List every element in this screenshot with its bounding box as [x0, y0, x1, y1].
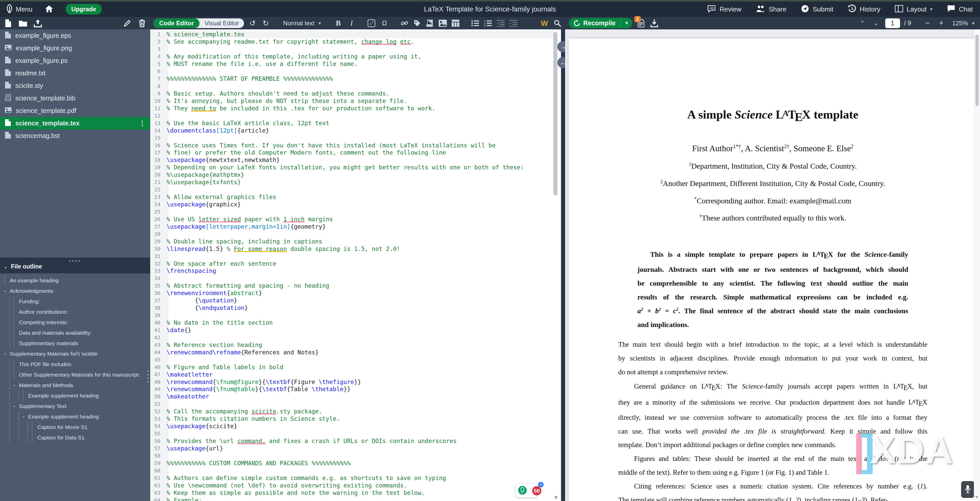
page-number-input[interactable] [885, 18, 900, 28]
file-outline-header[interactable]: ▪▪▪▪ ⌄ File outline [0, 258, 150, 274]
microphone-button[interactable] [961, 481, 974, 498]
code-line: 8 [150, 83, 554, 90]
outline-item[interactable]: ⌄Example supplement heading [0, 411, 150, 422]
outline-item[interactable]: This PDF file includes: [0, 359, 150, 369]
zoom-in-button[interactable]: + [937, 19, 946, 27]
outline-item[interactable]: Supplementary materials [0, 338, 150, 348]
file-item[interactable]: example_figure.png [0, 42, 150, 54]
outline-item[interactable]: Other Supplementary Materials for this m… [0, 369, 150, 380]
outline-item[interactable]: Funding: [0, 296, 150, 307]
symbol-omega-icon[interactable]: Ω [380, 19, 389, 27]
file-item[interactable]: readme.txt [0, 67, 150, 80]
search-icon[interactable] [553, 19, 562, 28]
file-item[interactable]: science_template.tex⋮ [0, 117, 150, 129]
numbered-list-icon[interactable]: 123 [484, 19, 493, 28]
layout-button[interactable]: Layout▾ [888, 2, 940, 17]
history-button[interactable]: History [840, 2, 888, 17]
outline-item[interactable]: Caption for Data S1. [0, 432, 150, 443]
outline-label: Other Supplementary Materials for this m… [0, 372, 140, 378]
paragraph-style-dropdown[interactable]: Normal text ▾ [281, 20, 323, 27]
outline-item[interactable]: ⌄Acknowledgments [0, 286, 150, 296]
file-item[interactable]: example_figure.eps [0, 29, 150, 42]
compile-logs-icon[interactable]: 1 [636, 19, 646, 28]
scroll-down-arrow-icon[interactable]: ▼ [554, 495, 558, 501]
outline-item[interactable]: Competing interests: [0, 317, 150, 328]
recompile-dropdown[interactable]: ▼ [620, 18, 632, 29]
body-line: they are a minority of the submissions w… [618, 395, 928, 411]
visual-editor-tab[interactable]: Visual Editor [199, 20, 244, 27]
citation-book-icon[interactable] [425, 19, 434, 28]
code-line: 4% Any modification of this template, in… [150, 53, 554, 60]
pdf-scrollbar[interactable] [974, 29, 980, 501]
outline-item[interactable]: Author contributions: [0, 307, 150, 317]
chevron-down-icon[interactable]: ⌄ [21, 413, 25, 419]
outline-item[interactable]: ⌄Supplementary Materials for\\ \scititle [0, 348, 150, 359]
new-folder-icon[interactable] [18, 19, 28, 28]
code-editor[interactable]: 1% science_template.tex2% See accompanyi… [150, 29, 561, 501]
submit-button[interactable]: Submit [794, 2, 840, 17]
redo-icon[interactable]: ↻ [261, 19, 270, 28]
file-menu-kebab-icon[interactable]: ⋮ [139, 119, 146, 127]
bold-button[interactable]: B [333, 19, 343, 27]
resize-handle[interactable]: ▪▪▪▪ [69, 258, 81, 264]
file-item[interactable]: science_template.bib [0, 92, 150, 105]
insert-image-icon[interactable] [438, 19, 447, 28]
label-tag-icon[interactable] [413, 19, 422, 28]
inline-math-icon[interactable]: x2 [367, 19, 376, 28]
upgrade-button[interactable]: Upgrade [66, 4, 102, 14]
scroll-down-arrow-icon[interactable]: ▼ [974, 495, 979, 500]
home-button[interactable] [39, 2, 59, 17]
code-line: 33\frenchspacing [150, 267, 554, 275]
zoom-out-button[interactable]: − [923, 19, 932, 27]
outline-item[interactable]: Example supplement heading [0, 390, 150, 401]
writefull-widget[interactable]: 50 + [515, 484, 538, 497]
undo-icon[interactable]: ↺ [248, 19, 257, 28]
page-up-icon[interactable]: ⌃ [858, 20, 867, 27]
outline-item[interactable]: An example heading [0, 275, 150, 286]
chevron-down-icon[interactable]: ⌄ [3, 288, 7, 293]
file-item[interactable]: scicite.sty [0, 80, 150, 92]
line-number: 24 [150, 201, 164, 207]
chevron-down-icon[interactable]: ⌄ [12, 402, 16, 408]
recompile-button[interactable]: Recompile [569, 19, 620, 27]
page-down-icon[interactable]: ⌄ [872, 20, 881, 27]
outline-guide [9, 328, 10, 337]
pane-divider[interactable]: → ← [561, 29, 565, 501]
outline-guide [9, 297, 10, 306]
menu-button[interactable]: Menu [0, 2, 39, 17]
editor-scrollbar[interactable] [554, 32, 557, 196]
panel-resize-handle[interactable]: ▪▪▪▪ [146, 369, 150, 383]
outline-item[interactable]: Data and materials availability: [0, 328, 150, 338]
file-item[interactable]: science_template.pdf [0, 105, 150, 117]
new-file-icon[interactable] [3, 19, 13, 28]
outline-item[interactable]: Caption for Movie S1. [0, 422, 150, 432]
link-icon[interactable] [400, 19, 409, 28]
decrease-indent-icon[interactable] [496, 19, 505, 28]
file-item[interactable]: example_figure.ps [0, 54, 150, 67]
increase-indent-icon[interactable] [509, 19, 518, 28]
svg-text:Ab: Ab [710, 6, 714, 10]
code-editor-tab[interactable]: Code Editor [154, 18, 199, 28]
writefull-icon[interactable]: W [539, 19, 549, 28]
line-number: 17 [150, 150, 164, 156]
review-button[interactable]: AbReview [700, 2, 748, 17]
rename-pencil-icon[interactable] [123, 19, 132, 28]
chevron-down-icon[interactable]: ⌄ [3, 350, 7, 356]
upload-icon[interactable] [33, 19, 42, 28]
chevron-down-icon[interactable]: ⌄ [12, 382, 16, 387]
line-number: 52 [150, 408, 164, 414]
download-pdf-icon[interactable] [650, 19, 659, 28]
insert-table-icon[interactable] [451, 19, 460, 28]
delete-trash-icon[interactable] [137, 19, 146, 28]
outline-item[interactable]: ⌄Supplementary Text [0, 401, 150, 411]
share-button[interactable]: Share [749, 2, 794, 17]
italic-button[interactable]: I [347, 19, 356, 27]
svg-text:2: 2 [372, 21, 374, 24]
zoom-level-dropdown[interactable]: 125% ▾ [950, 20, 977, 27]
file-item[interactable]: sciencemag.bst [0, 129, 150, 142]
code-line: 49\renewcommand{\fnum@table}{\textbf{Tab… [150, 385, 554, 393]
outline-item[interactable]: ⌄Materials and Methods [0, 380, 150, 390]
code-line: 47\makeatletter [150, 371, 554, 378]
bullet-list-icon[interactable] [471, 19, 480, 28]
chat-button[interactable]: Chat [940, 2, 980, 17]
